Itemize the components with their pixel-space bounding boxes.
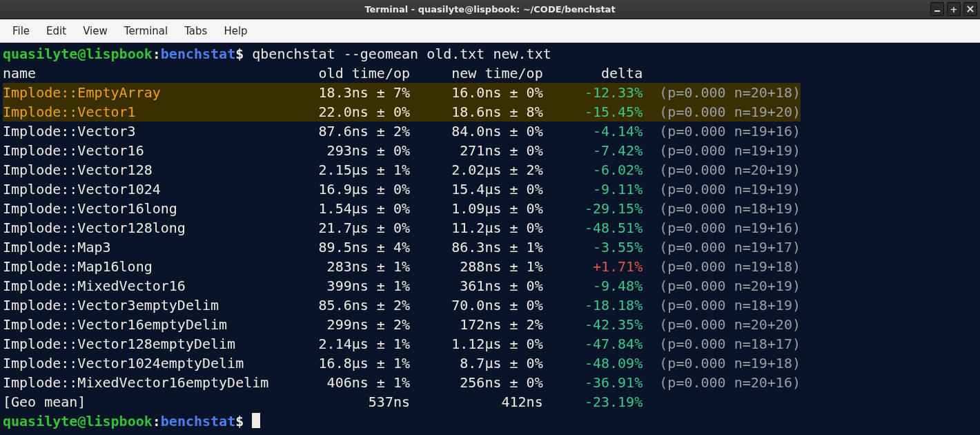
minimize-button[interactable] <box>930 2 944 16</box>
menu-help[interactable]: Help <box>215 22 255 40</box>
menu-terminal[interactable]: Terminal <box>116 22 176 40</box>
menu-file[interactable]: File <box>4 22 38 40</box>
window-title: Terminal - quasilyte@lispbook: ~/CODE/be… <box>364 4 615 14</box>
close-button[interactable] <box>963 2 977 16</box>
menu-view[interactable]: View <box>75 22 116 40</box>
menu-bar: File Edit View Terminal Tabs Help <box>0 19 980 43</box>
cursor <box>252 413 260 428</box>
maximize-button[interactable] <box>947 2 961 16</box>
menu-tabs[interactable]: Tabs <box>176 22 215 40</box>
terminal-output[interactable]: quasilyte@lispbook:benchstat$ qbenchstat… <box>0 43 980 435</box>
window-controls <box>930 2 977 16</box>
menu-edit[interactable]: Edit <box>38 22 75 40</box>
window-titlebar: Terminal - quasilyte@lispbook: ~/CODE/be… <box>0 0 980 19</box>
